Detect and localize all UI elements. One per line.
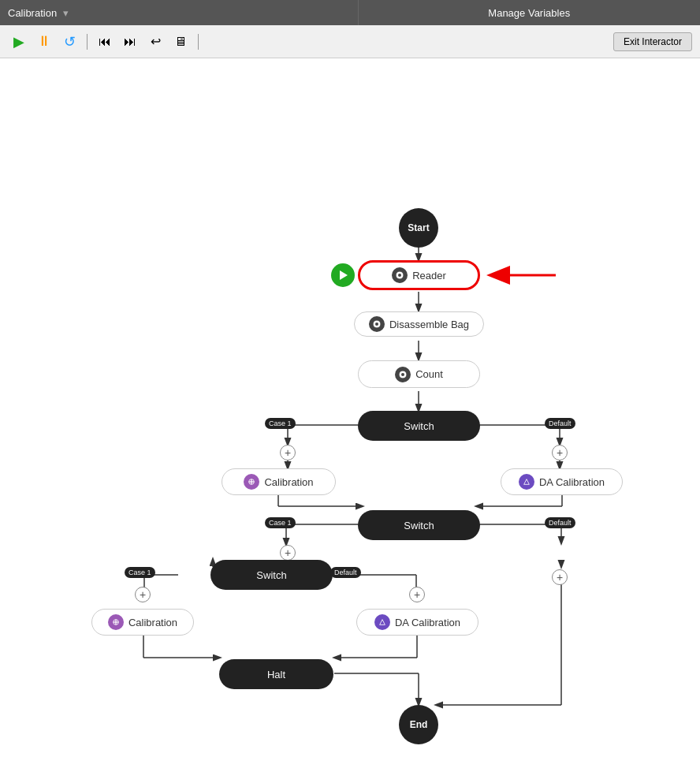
- case1-label-sw3: Case 1: [125, 567, 155, 578]
- add-case1-sw2[interactable]: +: [280, 545, 296, 561]
- calib1-icon: [244, 474, 259, 490]
- da2-icon: [374, 614, 390, 630]
- add-default-sw3[interactable]: +: [409, 587, 425, 602]
- refresh-button[interactable]: ↺: [58, 31, 80, 53]
- pause-button[interactable]: ⏸: [33, 31, 55, 53]
- reader-icon: [392, 267, 408, 283]
- svg-point-37: [398, 274, 401, 277]
- calibration1-node[interactable]: Calibration: [222, 468, 336, 495]
- default-label-sw2: Default: [545, 517, 575, 528]
- add-default-sw2[interactable]: +: [552, 569, 568, 585]
- default-label-sw3: Default: [330, 567, 361, 578]
- reader-node[interactable]: Reader: [358, 260, 480, 290]
- start-node[interactable]: Start: [399, 208, 438, 248]
- case1-label-sw2: Case 1: [265, 517, 296, 528]
- svg-point-40: [375, 323, 378, 326]
- switch2-node[interactable]: Switch: [358, 510, 480, 540]
- count-node[interactable]: Count: [358, 360, 480, 388]
- end-node[interactable]: End: [399, 705, 438, 744]
- app-header: Calibration ▾ Manage Variables: [0, 0, 700, 25]
- disassemble-bag-node[interactable]: Disassemble Bag: [354, 311, 484, 337]
- add-default-sw1[interactable]: +: [552, 445, 568, 460]
- calib2-icon: [108, 614, 124, 630]
- step-back-button[interactable]: ↩: [144, 31, 166, 53]
- camera-button[interactable]: 🖥: [169, 31, 192, 53]
- header-title: Calibration: [8, 7, 57, 19]
- svg-marker-46: [524, 479, 530, 485]
- da-calibration2-node[interactable]: DA Calibration: [356, 609, 478, 636]
- case1-label-sw1: Case 1: [265, 418, 296, 429]
- disassemble-icon: [369, 316, 385, 332]
- step-over-button[interactable]: ⏭: [119, 31, 141, 53]
- toolbar: ▶ ⏸ ↺ ⏮ ⏭ ↩ 🖥 Exit Interactor: [0, 25, 700, 58]
- separator1: [87, 34, 88, 50]
- separator2: [198, 34, 199, 50]
- calibration2-node[interactable]: Calibration: [91, 609, 194, 636]
- reader-play-badge: [331, 263, 355, 287]
- red-arrow: [485, 260, 564, 290]
- add-case1-sw1[interactable]: +: [280, 445, 296, 460]
- flow-canvas: Start Reader Disassemble Bag Count Swi: [0, 58, 700, 783]
- manage-variables-button[interactable]: Manage Variables: [359, 0, 701, 25]
- switch1-node[interactable]: Switch: [358, 411, 480, 441]
- count-icon: [395, 367, 411, 382]
- arrows-svg: [0, 58, 700, 783]
- exit-interactor-button[interactable]: Exit Interactor: [613, 32, 692, 51]
- svg-point-42: [401, 373, 404, 376]
- da-calibration1-node[interactable]: DA Calibration: [501, 468, 623, 495]
- da1-icon: [519, 474, 534, 490]
- step-into-button[interactable]: ⏮: [94, 31, 116, 53]
- default-label-sw1: Default: [545, 418, 575, 429]
- calibration-selector[interactable]: Calibration ▾: [0, 0, 359, 25]
- play-button[interactable]: ▶: [8, 31, 30, 53]
- add-case1-sw3[interactable]: +: [135, 587, 151, 602]
- halt-node[interactable]: Halt: [219, 659, 333, 689]
- switch3-node[interactable]: Switch: [210, 560, 333, 590]
- svg-marker-50: [380, 620, 385, 625]
